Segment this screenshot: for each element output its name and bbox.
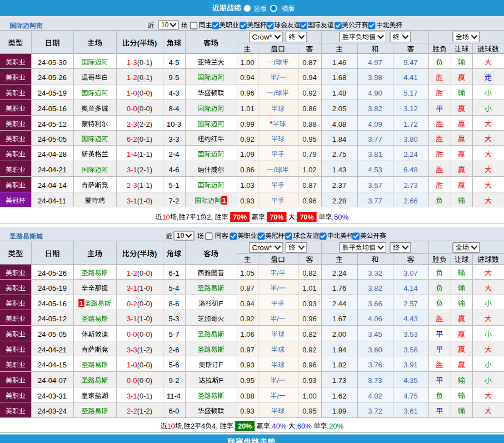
svg-text:/: / — [277, 315, 279, 323]
svg-text:2-3: 2-3 — [127, 181, 137, 190]
svg-text:3.73: 3.73 — [368, 376, 382, 385]
svg-text:0.97: 0.97 — [240, 346, 254, 354]
svg-text:20%: 20% — [329, 422, 343, 430]
svg-text:24-05-19: 24-05-19 — [38, 89, 67, 97]
svg-text:1-2: 1-2 — [127, 269, 137, 277]
svg-text:24-05-05: 24-05-05 — [38, 135, 67, 143]
svg-text:2: 2 — [191, 422, 194, 430]
svg-text:3.77: 3.77 — [368, 135, 382, 143]
svg-text:3-3: 3-3 — [127, 346, 137, 354]
svg-text:(0-1): (0-1) — [137, 73, 152, 82]
svg-text:1.48: 1.48 — [332, 89, 346, 97]
svg-text:4.02: 4.02 — [368, 392, 382, 400]
svg-text:3.66: 3.66 — [368, 300, 382, 308]
svg-text:1.00: 1.00 — [240, 58, 254, 67]
svg-text:2-6: 2-6 — [169, 346, 179, 354]
svg-text:4.97: 4.97 — [368, 58, 382, 67]
svg-text:0-2: 0-2 — [127, 300, 137, 308]
svg-text:70%: 70% — [270, 213, 283, 221]
svg-text:24-04-28: 24-04-28 — [38, 150, 67, 158]
svg-text:3.91: 3.91 — [403, 361, 417, 369]
svg-text:24-04-14: 24-04-14 — [38, 181, 67, 190]
svg-text:2-2: 2-2 — [127, 407, 137, 415]
svg-text:0.92: 0.92 — [302, 89, 316, 97]
svg-text:0.95: 0.95 — [240, 376, 254, 385]
svg-text:2.37: 2.37 — [332, 181, 346, 190]
svg-text:0.93: 0.93 — [240, 197, 254, 205]
svg-text:24-04-21: 24-04-21 — [38, 346, 67, 354]
svg-text:(1-2): (1-2) — [137, 346, 152, 354]
svg-text:9-5: 9-5 — [169, 73, 179, 82]
svg-text:3.98: 3.98 — [368, 73, 382, 82]
svg-text:,: , — [177, 213, 179, 221]
svg-text:4: 4 — [201, 422, 205, 430]
svg-text:1-0: 1-0 — [127, 361, 137, 369]
svg-text:/: / — [277, 284, 279, 292]
svg-text:0-0: 0-0 — [127, 376, 137, 385]
svg-text:1-2: 1-2 — [127, 73, 137, 82]
svg-text:24-05-19: 24-05-19 — [38, 284, 67, 292]
svg-text:1.01: 1.01 — [240, 104, 254, 113]
svg-text:1.72: 1.72 — [403, 120, 417, 128]
svg-text:4.53: 4.53 — [368, 166, 382, 174]
svg-text:2.28: 2.28 — [332, 197, 346, 205]
svg-text:3.07: 3.07 — [403, 269, 417, 277]
svg-text:1.84: 1.84 — [332, 135, 346, 143]
svg-text:3-1: 3-1 — [127, 315, 137, 323]
svg-text:20%: 20% — [238, 422, 252, 430]
svg-text:1: 1 — [222, 196, 226, 205]
svg-text:4.43: 4.43 — [403, 315, 417, 323]
svg-text:4.06: 4.06 — [368, 315, 382, 323]
svg-text:1.06: 1.06 — [240, 330, 254, 339]
svg-text:(1-0): (1-0) — [137, 197, 152, 205]
svg-text:): ) — [154, 250, 157, 258]
svg-text:0.88: 0.88 — [240, 392, 254, 400]
svg-text:0.88: 0.88 — [302, 120, 316, 128]
svg-text:3-1: 3-1 — [127, 197, 137, 205]
svg-text:3.72: 3.72 — [368, 407, 382, 415]
svg-text:): ) — [154, 39, 157, 47]
svg-text:1.01: 1.01 — [302, 284, 316, 292]
svg-text:2.66: 2.66 — [403, 197, 417, 205]
svg-text:3.76: 3.76 — [368, 361, 382, 369]
svg-text:1.02: 1.02 — [302, 166, 316, 174]
svg-text:8-6: 8-6 — [169, 300, 179, 308]
svg-text:0.96: 0.96 — [302, 361, 316, 369]
svg-text:(: ( — [137, 39, 140, 47]
svg-text:1.43: 1.43 — [332, 166, 346, 174]
svg-text:3.80: 3.80 — [403, 135, 417, 143]
svg-text:/: / — [273, 166, 276, 174]
svg-text::: : — [295, 213, 297, 221]
svg-text:3-1: 3-1 — [127, 392, 137, 400]
svg-text:5-1: 5-1 — [169, 181, 179, 190]
svg-text:2-3: 2-3 — [127, 120, 137, 128]
svg-text:2.73: 2.73 — [403, 181, 417, 190]
svg-text:(1-0): (1-0) — [137, 315, 152, 323]
svg-text:6-2: 6-2 — [127, 135, 137, 143]
svg-text:24-04-15: 24-04-15 — [38, 361, 67, 369]
svg-text:0.95: 0.95 — [302, 407, 316, 415]
svg-text:(2-1): (2-1) — [137, 166, 152, 174]
svg-text:Crow*: Crow* — [252, 243, 272, 252]
svg-text::: : — [265, 213, 267, 221]
svg-text:3.45: 3.45 — [368, 330, 382, 339]
svg-text:3.57: 3.57 — [368, 181, 382, 190]
svg-text:70%: 70% — [233, 213, 247, 221]
svg-text:3.81: 3.81 — [368, 150, 382, 158]
svg-text:4.41: 4.41 — [403, 73, 417, 82]
svg-text:2.75: 2.75 — [332, 150, 346, 158]
svg-text:0.82: 0.82 — [302, 269, 316, 277]
svg-text:24-05-26: 24-05-26 — [38, 269, 67, 277]
svg-text:0.94: 0.94 — [240, 73, 254, 82]
svg-text:6-1: 6-1 — [169, 269, 179, 277]
svg-text:24-05-26: 24-05-26 — [38, 73, 67, 82]
svg-text:1-4: 1-4 — [127, 150, 137, 158]
svg-text:5-7: 5-7 — [169, 330, 179, 339]
svg-text:5-3: 5-3 — [169, 315, 179, 323]
svg-text:0.96: 0.96 — [302, 197, 316, 205]
svg-text:24-05-05: 24-05-05 — [38, 330, 67, 339]
svg-text:3-3: 3-3 — [169, 135, 179, 143]
svg-text:0.95: 0.95 — [302, 135, 316, 143]
svg-text:0.92: 0.92 — [240, 315, 254, 323]
svg-text:24-05-12: 24-05-12 — [38, 120, 67, 128]
